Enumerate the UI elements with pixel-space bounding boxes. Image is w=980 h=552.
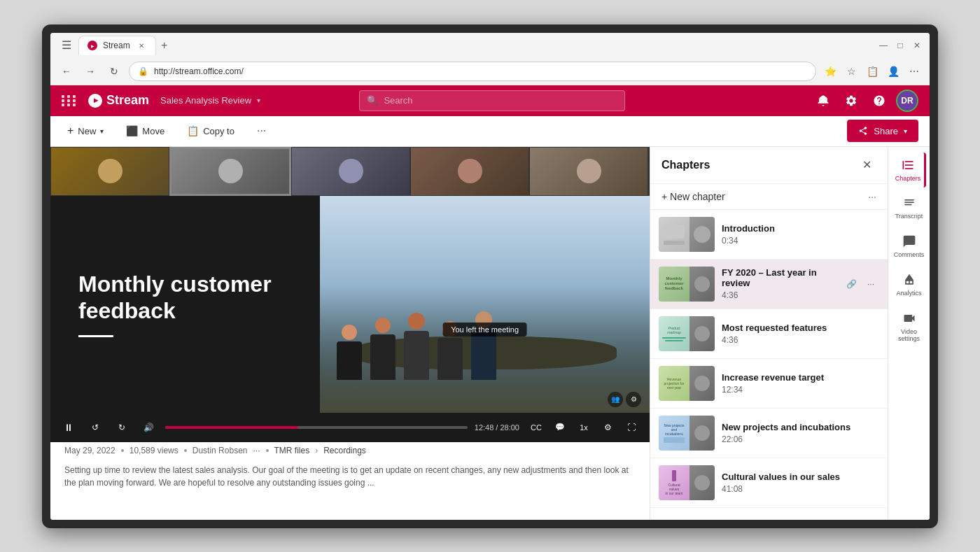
chapter-item-features[interactable]: Productroadmap Mo xyxy=(650,309,888,359)
chapter-share-button[interactable]: 🔗 xyxy=(843,276,860,292)
volume-button[interactable]: 🔊 xyxy=(139,418,158,437)
browser-tab-stream[interactable]: Stream ✕ xyxy=(78,36,156,55)
user-avatar[interactable]: DR xyxy=(896,90,918,112)
share-dropdown-icon: ▾ xyxy=(904,127,907,135)
video-thumbnails-row xyxy=(50,147,650,196)
extensions-icon[interactable]: ⭐ xyxy=(822,63,839,80)
notifications-icon[interactable] xyxy=(812,90,834,112)
fullscreen-button[interactable]: ⛶ xyxy=(622,418,641,437)
chapter-info-introduction: Introduction 0:34 xyxy=(722,223,879,246)
tab-title: Stream xyxy=(103,41,130,50)
svg-rect-2 xyxy=(905,164,913,166)
maximize-button[interactable]: □ xyxy=(895,40,906,51)
more-icon[interactable]: ⋯ xyxy=(906,63,923,80)
video-controls: ⏸ ↺ ↻ 🔊 12:48 / 28:00 CC 💬 1x xyxy=(50,413,650,442)
favorites-icon[interactable]: ☆ xyxy=(843,63,860,80)
panel-chapters-button[interactable]: Chapters xyxy=(892,153,926,188)
chapter-name-0: Introduction xyxy=(722,223,879,234)
chapter-time-2: 4:36 xyxy=(722,335,879,345)
path-text: TMR files xyxy=(274,446,310,455)
chapter-options-button[interactable]: ··· xyxy=(868,191,876,202)
thumb-extra xyxy=(648,147,650,196)
chapter-thumb-features: Productroadmap xyxy=(659,316,715,351)
path-separator-icon: › xyxy=(315,446,318,455)
close-button[interactable]: ✕ xyxy=(911,40,923,51)
rewind-button[interactable]: ↺ xyxy=(85,418,105,437)
new-button[interactable]: + New ▾ xyxy=(62,122,109,140)
chapter-item-revenue[interactable]: Revenueprojection fornext year Increase … xyxy=(650,359,888,409)
back-button[interactable]: ← xyxy=(57,62,76,80)
chapters-title: Chapters xyxy=(662,159,710,171)
slide-decoration-line xyxy=(78,335,113,337)
person-thumbnail-5 xyxy=(530,148,648,195)
chapter-item-cultural[interactable]: Culturalvaluesin our team Cultural value… xyxy=(650,458,888,508)
chapter-more-button[interactable]: ··· xyxy=(862,276,879,292)
video-meta: May 29, 2022 10,589 views Dustin Robsen … xyxy=(64,446,636,455)
chapter-item-fy2020[interactable]: Monthlycustomerfeedback FY 2020 – Last y… xyxy=(650,260,888,309)
refresh-button[interactable]: ↻ xyxy=(105,62,123,80)
person-thumbnail-2 xyxy=(172,149,289,194)
path-link[interactable]: TMR files xyxy=(274,446,310,455)
breadcrumb-dropdown-icon[interactable]: ▾ xyxy=(257,97,260,104)
title-bar: ☰ Stream ✕ + — □ ✕ xyxy=(50,33,930,58)
chapters-sidebar: Chapters ✕ + New chapter ··· xyxy=(650,147,888,520)
settings-icon[interactable] xyxy=(840,90,862,112)
chapters-close-button[interactable]: ✕ xyxy=(857,155,876,175)
new-chapter-button[interactable]: + New chapter ··· xyxy=(650,184,888,210)
collections-icon[interactable]: 📋 xyxy=(864,63,881,80)
thumb-person-3 xyxy=(291,147,410,196)
chapter-time-4: 22:06 xyxy=(722,434,879,444)
chapter-info-features: Most requested features 4:36 xyxy=(722,323,879,345)
subtitles-button[interactable]: 💬 xyxy=(550,418,570,437)
main-area: Monthly customer feedback xyxy=(50,147,930,520)
person-thumbnail-4 xyxy=(411,148,528,195)
sidebar-toggle[interactable]: ☰ xyxy=(57,36,76,55)
new-tab-button[interactable]: + xyxy=(156,37,173,54)
transcript-panel-label: Transcript xyxy=(895,213,923,220)
chapter-info-revenue: Increase revenue target 12:34 xyxy=(722,372,879,395)
stream-logo[interactable]: Stream xyxy=(88,93,149,108)
profile-icon[interactable]: 👤 xyxy=(885,63,902,80)
captions-button[interactable]: CC xyxy=(526,418,546,437)
video-section: Monthly customer feedback xyxy=(50,147,650,520)
playback-speed-button[interactable]: 1x xyxy=(574,418,594,437)
recordings-link[interactable]: Recordings xyxy=(323,446,366,455)
chapter-item-projects[interactable]: New projectsandincubations New project xyxy=(650,409,888,458)
chapter-thumb-introduction xyxy=(659,217,715,252)
svg-rect-4 xyxy=(904,199,913,201)
forward-button[interactable]: ↻ xyxy=(112,418,132,437)
panel-analytics-button[interactable]: Analytics xyxy=(892,267,926,303)
browser-toolbar: ← → ↻ 🔒 http://stream.office.com/ ⭐ ☆ 📋 … xyxy=(50,58,930,85)
thumb-person-2 xyxy=(169,147,291,196)
progress-bar[interactable] xyxy=(165,426,468,429)
tab-close-button[interactable]: ✕ xyxy=(136,40,147,51)
forward-button[interactable]: → xyxy=(81,62,99,80)
app-launcher-icon[interactable] xyxy=(62,95,77,106)
panel-transcript-button[interactable]: Transcript xyxy=(892,190,926,226)
copy-to-button[interactable]: 📋 Copy to xyxy=(181,122,240,139)
person-thumbnail-1 xyxy=(51,148,169,195)
panel-comments-button[interactable]: Comments xyxy=(892,229,926,264)
move-icon: ⬛ xyxy=(126,125,138,136)
minimize-button[interactable]: — xyxy=(878,40,889,51)
search-bar[interactable]: 🔍 xyxy=(359,90,625,111)
address-bar[interactable]: 🔒 http://stream.office.com/ xyxy=(129,62,816,81)
meta-separator-2 xyxy=(184,449,187,452)
new-dropdown-icon: ▾ xyxy=(100,127,104,135)
panel-videosettings-button[interactable]: Video settings xyxy=(892,306,926,349)
help-icon[interactable] xyxy=(868,90,890,112)
pause-button[interactable]: ⏸ xyxy=(59,418,78,437)
more-options-button[interactable]: ··· xyxy=(251,122,272,140)
quality-settings-button[interactable]: ⚙ xyxy=(598,418,617,437)
chapter-item-introduction[interactable]: Introduction 0:34 xyxy=(650,210,888,260)
chapter-time-1: 4:36 xyxy=(722,290,836,300)
meeting-tooltip: You left the meeting xyxy=(442,323,527,337)
chapters-panel-icon xyxy=(901,158,915,172)
video-meeting-content: You left the meeting 👥 ⚙ xyxy=(320,196,650,413)
move-button[interactable]: ⬛ Move xyxy=(120,122,170,139)
author-more-button[interactable]: ··· xyxy=(253,446,260,455)
chapter-time-5: 41:08 xyxy=(722,484,879,494)
progress-fill xyxy=(165,426,298,429)
search-input[interactable] xyxy=(384,95,617,106)
share-button[interactable]: Share ▾ xyxy=(847,120,918,142)
